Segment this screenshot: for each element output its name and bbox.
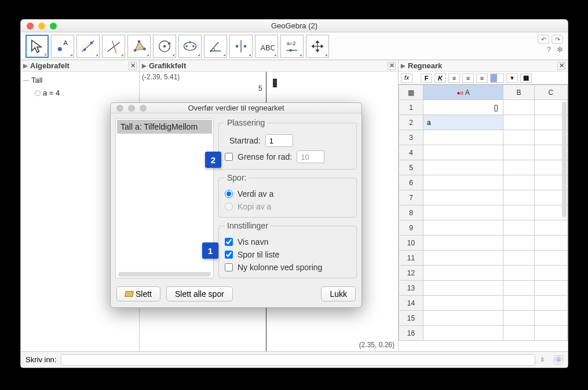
row-header[interactable]: 12 — [399, 266, 423, 281]
cell[interactable] — [534, 251, 567, 266]
input-dropdown-icon[interactable]: ⇳ — [540, 356, 549, 363]
input-startrad[interactable] — [265, 134, 293, 147]
gear-icon[interactable]: ✻ — [557, 45, 563, 54]
list-item[interactable]: Tall a: TilfeldigMellom — [117, 120, 212, 134]
input-help-icon[interactable]: ⓐ — [554, 355, 563, 365]
grafikk-header[interactable]: ▶ Grafikkfelt ✕ — [140, 60, 398, 72]
tool-line[interactable] — [76, 35, 100, 58]
cell[interactable] — [503, 220, 534, 236]
row-header[interactable]: 15 — [399, 311, 423, 326]
row-header[interactable]: 10 — [399, 236, 423, 251]
redo-button[interactable]: ↷ — [552, 35, 563, 44]
align-left-button[interactable]: ≡ — [448, 73, 460, 83]
cell[interactable] — [423, 220, 503, 236]
row-header[interactable]: 5 — [399, 160, 423, 175]
cell[interactable] — [503, 281, 534, 296]
tool-move-view[interactable] — [306, 35, 329, 58]
tool-reflect[interactable] — [229, 35, 253, 58]
row-header[interactable]: 2 — [399, 115, 423, 130]
cell[interactable] — [503, 326, 534, 341]
corner-cell[interactable]: ▦ — [399, 85, 423, 100]
cell[interactable] — [503, 130, 534, 145]
cell[interactable] — [534, 311, 567, 326]
command-input[interactable] — [61, 354, 535, 366]
border-button[interactable]: ▦ — [520, 73, 532, 83]
align-right-button[interactable]: ≡ — [476, 73, 488, 83]
tool-polygon[interactable] — [127, 35, 151, 58]
tool-angle[interactable] — [204, 35, 227, 58]
cell[interactable] — [503, 160, 534, 175]
spreadsheet[interactable]: ▦ ●ıı A B C 1{} 2a 3 4 5 6 7 8 9 10 11 — [399, 84, 568, 351]
checkbox-nykolonne[interactable] — [225, 263, 233, 271]
cell[interactable] — [503, 175, 534, 190]
cell[interactable] — [423, 311, 503, 326]
regneark-close-icon[interactable]: ✕ — [557, 62, 565, 70]
cell[interactable] — [503, 115, 534, 130]
regneark-header[interactable]: ▶ Regneark ✕ — [399, 60, 568, 72]
cell[interactable] — [423, 266, 503, 281]
cell[interactable] — [534, 281, 567, 296]
italic-button[interactable]: K — [434, 73, 446, 83]
cell[interactable] — [423, 281, 503, 296]
row-header[interactable]: 11 — [399, 251, 423, 266]
dialog-list[interactable]: Tall a: TilfeldigMellom — [115, 118, 214, 278]
fx-button[interactable]: fx — [401, 73, 412, 83]
cell[interactable] — [534, 220, 567, 236]
row-header[interactable]: 8 — [399, 205, 423, 220]
cell[interactable] — [503, 145, 534, 160]
undo-button[interactable]: ↶ — [538, 35, 549, 44]
cell[interactable] — [503, 296, 534, 311]
cell[interactable] — [503, 266, 534, 281]
chevron-down-icon[interactable]: ▼ — [506, 73, 518, 83]
algebra-item-row[interactable]: a = 4 — [23, 87, 137, 100]
align-center-button[interactable]: ≡ — [462, 73, 474, 83]
cell-a1[interactable]: {} — [423, 100, 503, 115]
cell[interactable] — [534, 236, 567, 251]
visibility-circle-icon[interactable] — [35, 90, 41, 96]
grafikk-close-icon[interactable]: ✕ — [388, 62, 396, 70]
tool-move[interactable] — [25, 35, 49, 58]
row-header[interactable]: 6 — [399, 175, 423, 190]
bold-button[interactable]: F — [421, 73, 432, 83]
scrollbar[interactable] — [562, 102, 567, 218]
checkbox-grense[interactable] — [225, 153, 233, 161]
cell[interactable] — [423, 205, 503, 220]
cell[interactable] — [534, 266, 567, 281]
tool-circle[interactable] — [153, 35, 176, 58]
cell[interactable] — [423, 251, 503, 266]
cell[interactable] — [534, 296, 567, 311]
cell-a2[interactable]: a — [423, 115, 503, 130]
color-swatch[interactable] — [490, 73, 504, 83]
row-header[interactable]: 16 — [399, 326, 423, 341]
cell[interactable] — [503, 190, 534, 205]
row-header[interactable]: 4 — [399, 145, 423, 160]
lukk-button[interactable]: Lukk — [321, 286, 356, 301]
cell[interactable] — [423, 175, 503, 190]
list-hscroll[interactable] — [118, 272, 211, 277]
help-icon[interactable]: ? — [547, 45, 551, 54]
tool-text[interactable]: ABC — [255, 35, 278, 58]
row-header[interactable]: 7 — [399, 190, 423, 205]
cell[interactable] — [423, 160, 503, 175]
checkbox-sporliste[interactable] — [225, 251, 233, 259]
radio-verdi[interactable] — [225, 190, 233, 198]
row-header[interactable]: 3 — [399, 130, 423, 145]
cell[interactable] — [503, 236, 534, 251]
cell[interactable] — [503, 251, 534, 266]
algebra-category-row[interactable]: — Tall — [23, 74, 137, 87]
cell[interactable] — [423, 190, 503, 205]
cell[interactable] — [423, 145, 503, 160]
tool-slider[interactable]: a=2 — [280, 35, 304, 58]
cell[interactable] — [534, 326, 567, 341]
cell[interactable] — [503, 100, 534, 115]
cell[interactable] — [423, 236, 503, 251]
col-header-c[interactable]: C — [534, 85, 567, 100]
row-header[interactable]: 13 — [399, 281, 423, 296]
row-header[interactable]: 14 — [399, 296, 423, 311]
row-header[interactable]: 1 — [399, 100, 423, 115]
tool-point[interactable]: A — [51, 35, 74, 58]
tool-perpendicular[interactable] — [102, 35, 125, 58]
cell[interactable] — [503, 205, 534, 220]
algebra-close-icon[interactable]: ✕ — [129, 62, 137, 70]
slett-button[interactable]: Slett — [116, 286, 160, 301]
